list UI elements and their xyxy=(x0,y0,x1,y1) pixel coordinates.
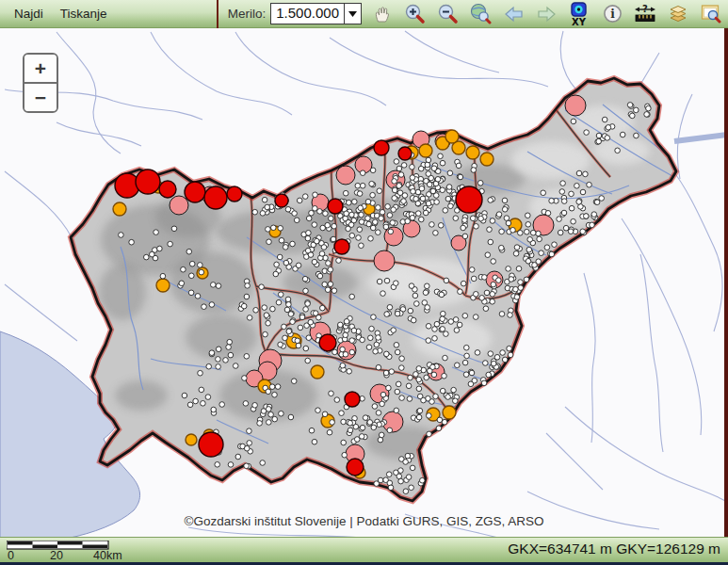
map-point-white xyxy=(559,189,565,195)
map-canvas[interactable] xyxy=(0,28,728,537)
map-point-white xyxy=(599,196,605,202)
scale-select[interactable]: 1.500.000 xyxy=(270,3,362,24)
map-point-white xyxy=(560,181,566,186)
map-point-white xyxy=(457,322,462,328)
map-point-white xyxy=(241,303,247,309)
map-point-white xyxy=(397,190,403,196)
map-point-white xyxy=(302,276,308,282)
map-point-orange xyxy=(480,153,493,166)
map-point-white xyxy=(486,372,492,378)
xy-coordinates-icon[interactable]: XY xyxy=(567,1,591,26)
map-point-white xyxy=(198,263,203,268)
map-point-white xyxy=(394,281,399,286)
map-point-white xyxy=(401,199,407,204)
zoom-in-icon[interactable] xyxy=(402,1,427,26)
map-point-white xyxy=(392,187,397,193)
map-point-white xyxy=(394,408,399,413)
map-point-white xyxy=(430,364,436,370)
map-point-pink xyxy=(170,196,188,215)
map-point-white xyxy=(341,440,347,445)
map-point-white xyxy=(370,192,376,198)
map-point-white xyxy=(415,211,421,217)
map-point-white xyxy=(445,196,451,202)
map-point-white xyxy=(518,285,524,291)
map-point-white xyxy=(260,460,266,466)
menu-najdi[interactable]: Najdi xyxy=(6,7,52,21)
map-point-white xyxy=(458,174,463,180)
map-point-white xyxy=(313,206,318,212)
map-point-white xyxy=(223,358,229,363)
map-point-white xyxy=(355,183,361,188)
map-point-white xyxy=(549,198,555,203)
map-point-white xyxy=(233,363,238,369)
map-point-white xyxy=(620,132,625,137)
map-point-white xyxy=(490,292,495,298)
map-point-white xyxy=(312,259,317,265)
map-point-white xyxy=(376,411,381,416)
map-point-white xyxy=(541,190,546,196)
map-point-white xyxy=(389,369,395,375)
map-point-white xyxy=(463,372,469,378)
map-point-white xyxy=(342,452,348,458)
map-point-white xyxy=(376,230,381,235)
map-point-white xyxy=(266,320,271,326)
back-arrow-icon[interactable] xyxy=(501,1,526,26)
pan-hand-icon[interactable] xyxy=(369,1,394,26)
map-point-white xyxy=(129,239,135,245)
map-point-white xyxy=(243,401,249,407)
chevron-down-icon[interactable] xyxy=(344,4,361,24)
map-zoom-in-button[interactable]: + xyxy=(24,55,57,84)
map-point-white xyxy=(396,166,402,171)
map-point-white xyxy=(446,185,452,190)
map-point-white xyxy=(330,420,335,426)
map-point-white xyxy=(417,408,423,413)
map-zoom-out-button[interactable]: − xyxy=(24,84,57,111)
scale-tick-40km: 40km xyxy=(93,549,122,562)
zoom-full-extent-icon[interactable] xyxy=(468,1,493,26)
map-point-white xyxy=(576,200,582,205)
map-point-white xyxy=(374,342,380,347)
map-point-white xyxy=(359,243,364,249)
menu-tiskanje[interactable]: Tiskanje xyxy=(52,7,116,21)
map-point-white xyxy=(305,235,311,241)
measure-icon[interactable]: ? xyxy=(633,1,657,26)
map-point-white xyxy=(496,212,502,218)
map-point-white xyxy=(388,485,394,491)
zoom-out-icon[interactable] xyxy=(435,1,460,26)
map-point-white xyxy=(313,192,318,198)
map-point-white xyxy=(552,242,558,248)
map-point-white xyxy=(508,313,513,318)
map-point-white xyxy=(369,326,375,331)
map-point-white xyxy=(477,181,483,186)
map-point-white xyxy=(506,220,511,226)
map-point-white xyxy=(475,350,480,356)
map-point-white xyxy=(377,279,382,284)
map-point-white xyxy=(357,191,363,197)
overview-window-icon[interactable] xyxy=(699,1,723,26)
map-point-white xyxy=(219,402,225,408)
map-point-white xyxy=(410,216,415,221)
map-point-white xyxy=(374,481,380,487)
layers-icon[interactable] xyxy=(666,1,690,26)
forward-arrow-icon[interactable] xyxy=(534,1,558,26)
map-point-white xyxy=(346,226,351,232)
map-point-white xyxy=(410,165,415,170)
info-icon[interactable]: i xyxy=(600,1,624,26)
map-point-white xyxy=(425,305,430,311)
map-point-orange xyxy=(156,279,170,292)
map-point-white xyxy=(518,231,524,236)
map-point-white xyxy=(420,196,426,202)
map-point-white xyxy=(394,343,399,348)
map-viewport[interactable]: + − ©Gozdarski inštitut Slovenije | Poda… xyxy=(0,28,728,537)
map-point-white xyxy=(421,397,427,403)
map-point-white xyxy=(384,278,390,283)
map-point-white xyxy=(584,130,590,136)
map-point-white xyxy=(385,204,391,210)
map-point-white xyxy=(317,273,323,279)
map-point-white xyxy=(426,171,431,177)
map-point-white xyxy=(424,375,429,380)
map-point-white xyxy=(435,177,441,183)
map-point-white xyxy=(383,370,389,376)
map-point-white xyxy=(444,278,449,283)
map-point-white xyxy=(433,231,439,236)
